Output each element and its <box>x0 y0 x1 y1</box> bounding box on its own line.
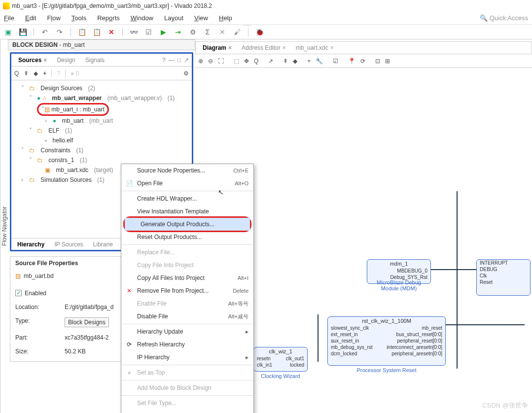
cancel-icon[interactable]: ✕ <box>218 28 226 36</box>
separator <box>248 28 248 36</box>
search-icon[interactable]: Q <box>14 70 19 77</box>
separator <box>243 11 251 26</box>
ctx-open-file[interactable]: 📄Open FileAlt+O <box>121 177 253 190</box>
ctx-enable-file: Enable FileAlt+等号 <box>121 297 253 310</box>
ctx-hierarchy-update[interactable]: Hierarchy Update▸ <box>121 325 253 338</box>
sources-toolbar: Q ⇞ ◆ + ? ● 0 ⚙ <box>11 67 192 80</box>
help-icon[interactable]: ? <box>162 57 166 64</box>
tree-constraints[interactable]: ˅🗀 Constraints (1) <box>13 145 190 155</box>
ctx-copy-all[interactable]: Copy All Files Into ProjectAlt+I <box>121 272 253 284</box>
minimize-icon[interactable]: — <box>169 57 175 64</box>
gear-icon[interactable]: ⚙ <box>189 28 197 36</box>
tab-address-editor[interactable]: Address Editor× <box>238 42 290 53</box>
ctx-remove-file[interactable]: ✕Remove File from Project...Delete <box>121 284 253 297</box>
ctx-disable-file[interactable]: Disable FileAlt+减号 <box>121 310 253 323</box>
tree-elf[interactable]: ˅🗀 ELF (1) <box>13 126 190 136</box>
binoculars-icon[interactable]: 👓 <box>130 28 138 36</box>
collapse-icon[interactable]: ◆ <box>293 58 297 65</box>
tree-wrapper[interactable]: ˅●∴ mb_uart_wrapper (mb_uart_wrapper.v) … <box>13 93 190 103</box>
circle-icon[interactable]: ● 0 <box>71 70 79 77</box>
step-icon[interactable]: ⇥ <box>174 28 182 36</box>
layout-icon[interactable]: ⊞ <box>385 58 390 65</box>
ctx-view-instantiation[interactable]: View Instantiation Template <box>121 205 253 218</box>
ctx-set-used-in[interactable]: Set Used In... <box>121 410 253 413</box>
pan-icon[interactable]: ✥ <box>244 58 249 65</box>
delete-icon[interactable]: ✕ <box>107 28 115 36</box>
zoom-icon[interactable]: Q <box>254 58 258 65</box>
save-icon[interactable]: 💾 <box>19 28 27 36</box>
optimize-icon[interactable]: ⊡ <box>375 58 380 65</box>
menu-window[interactable]: Window <box>131 14 153 22</box>
restore-icon[interactable]: ↗ <box>184 57 189 64</box>
select-icon[interactable]: ⬚ <box>234 58 239 65</box>
tab-diagram[interactable]: Diagram× <box>199 42 236 53</box>
add-icon[interactable]: + <box>43 70 46 77</box>
menu-view[interactable]: View <box>194 14 208 22</box>
block-design-header: BLOCK DESIGN - mb_uart <box>8 39 195 50</box>
btab-ip[interactable]: IP Sources <box>51 240 86 249</box>
block-interrupt[interactable]: INTERRUPT DEBUG Clk Reset <box>476 259 531 296</box>
route-icon[interactable]: ↗ <box>268 58 273 65</box>
block-mdm[interactable]: mdm_1 MBDEBUG_0 Debug_SYS_Rst MicroBlaze… <box>367 259 431 284</box>
collapse-icon[interactable]: ⇞ <box>24 70 29 77</box>
ctx-refresh-hierarchy[interactable]: ⟳Refresh Hierarchy <box>121 338 253 351</box>
tab-xdc[interactable]: mb_uart.xdc× <box>292 42 338 53</box>
validate-icon[interactable]: ☑ <box>144 28 152 36</box>
btab-lib[interactable]: Librarie <box>90 240 116 249</box>
window-titlebar: mb_uart3 - [E:/git/gitlab/fpga_demo/mb_u… <box>0 0 532 12</box>
validate-icon[interactable]: ☑ <box>333 58 338 65</box>
gear-icon[interactable]: ⚙ <box>183 70 189 77</box>
quick-access[interactable]: 🔍 Quick Access <box>480 14 528 22</box>
zoom-fit-icon[interactable]: ⊕ <box>198 58 203 65</box>
unknown-icon[interactable]: ? <box>57 70 60 77</box>
menu-flow[interactable]: Flow <box>47 14 60 22</box>
watermark: CSDN @张世争 <box>482 401 528 410</box>
bug-icon[interactable]: 🐞 <box>255 28 263 36</box>
run-icon[interactable]: ▶ <box>159 28 167 36</box>
tree-design-sources[interactable]: ˅🗀 Design Sources (2) <box>13 83 190 93</box>
copy-icon[interactable]: 📋 <box>78 28 86 36</box>
tab-sources[interactable]: Sources× <box>14 55 51 66</box>
block-rst[interactable]: rst_clk_wiz_1_100M slowest_sync_clkmb_re… <box>327 316 446 366</box>
separator <box>122 28 123 36</box>
wrench-icon[interactable]: 🔧 <box>316 58 323 65</box>
add-ip-icon[interactable]: + <box>307 58 311 65</box>
tab-design[interactable]: Design <box>53 55 79 66</box>
app-logo-icon <box>3 2 10 9</box>
zoom-out-icon[interactable]: ⊖ <box>208 58 213 65</box>
new-icon[interactable]: ▣ <box>4 28 12 36</box>
maximize-icon[interactable]: □ <box>177 57 181 64</box>
regenerate-icon[interactable]: ⟳ <box>360 58 365 65</box>
sigma-icon[interactable]: Σ <box>204 28 212 36</box>
menu-layout[interactable]: Layout <box>164 14 183 22</box>
menu-tools[interactable]: Tools <box>71 14 86 22</box>
ctx-set-file-type: Set File Type... <box>121 397 253 410</box>
menu-reports[interactable]: Reports <box>97 14 120 22</box>
undo-icon[interactable]: ↶ <box>41 28 49 36</box>
menu-edit[interactable]: Edit <box>25 14 36 22</box>
menu-file[interactable]: File <box>4 14 14 22</box>
redo-icon[interactable]: ↷ <box>56 28 64 36</box>
expand-icon[interactable]: ⇞ <box>283 58 288 65</box>
ctx-create-hdl[interactable]: Create HDL Wrapper... <box>121 192 253 205</box>
expand-icon[interactable]: ◆ <box>34 70 38 77</box>
separator <box>34 28 34 36</box>
tree-inner[interactable]: ›● mb_uart (mb_uart <box>13 116 190 126</box>
flow-navigator-tab[interactable]: Flow Navigator <box>0 39 8 413</box>
ctx-ip-hierarchy[interactable]: IP Hierarchy▸ <box>121 351 253 364</box>
brush-icon[interactable]: 🖌 <box>233 28 241 36</box>
window-title: mb_uart3 - [E:/git/gitlab/fpga_demo/mb_u… <box>12 2 212 9</box>
menu-help[interactable]: Help <box>219 14 232 22</box>
btab-hierarchy[interactable]: Hierarchy <box>14 240 47 249</box>
ctx-node-properties[interactable]: Source Node Properties...Ctrl+E <box>121 164 253 177</box>
tab-signals[interactable]: Signals <box>81 55 108 66</box>
pin-icon[interactable]: 📍 <box>348 58 355 65</box>
ctx-reset-output[interactable]: Reset Output Products... <box>121 231 253 243</box>
paste-icon[interactable]: 📋 <box>93 28 101 36</box>
block-clkwiz[interactable]: clk_wiz_1 resetnclk_out1 clk_in1locked C… <box>253 347 308 372</box>
tree-hello-elf[interactable]: ▫ hello.elf <box>13 136 190 145</box>
ctx-generate-output[interactable]: Generate Output Products... <box>125 218 250 231</box>
fit-icon[interactable]: ⛶ <box>218 58 224 65</box>
tree-instance[interactable]: ˅▨ mb_uart_i : mb_uart <box>13 103 190 116</box>
prop-type-value[interactable]: Block Designs <box>65 317 109 327</box>
